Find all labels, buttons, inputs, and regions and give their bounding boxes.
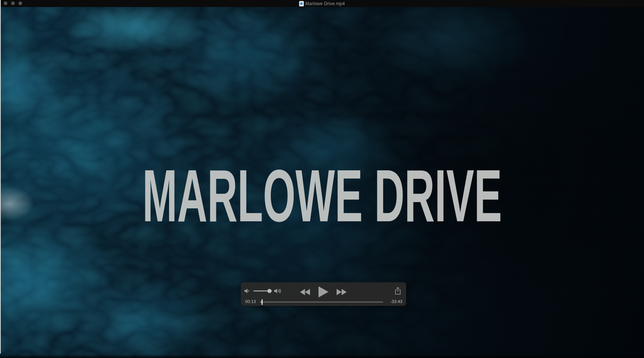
transport-controls <box>241 286 406 298</box>
movie-title-text: MARLOWE DRIVE <box>142 154 502 237</box>
play-button[interactable] <box>318 286 328 297</box>
scrubber[interactable] <box>260 301 383 303</box>
movie-title-overlay: MARLOWE DRIVE <box>139 159 505 226</box>
share-icon <box>395 287 401 295</box>
elapsed-time: 00:13 <box>245 299 256 304</box>
fast-forward-button[interactable] <box>337 289 347 295</box>
window-title: Marlowe Drive.mp4 <box>306 1 345 6</box>
window-titlebar[interactable]: Marlowe Drive.mp4 <box>0 0 644 7</box>
screen-edge-strip <box>0 0 1 354</box>
play-icon <box>318 286 328 297</box>
scrubber-track[interactable] <box>260 301 383 303</box>
timeline-row: 00:13 -33:43 <box>241 299 406 305</box>
window-title-group: Marlowe Drive.mp4 <box>0 0 644 7</box>
rewind-button[interactable] <box>300 289 310 295</box>
playback-controls-panel: 00:13 -33:43 <box>241 282 406 306</box>
remaining-time: -33:43 <box>390 299 402 304</box>
playhead-handle[interactable] <box>262 299 263 305</box>
quicktime-window: Marlowe Drive.mp4 MARLOWE DRIVE <box>0 0 644 358</box>
share-button[interactable] <box>395 287 401 295</box>
rewind-icon <box>300 289 310 295</box>
fast-forward-icon <box>337 289 347 295</box>
quicktime-document-icon <box>299 1 304 6</box>
